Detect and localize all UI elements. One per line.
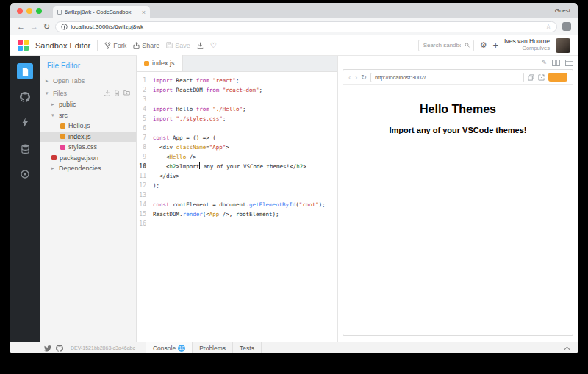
code-line[interactable]: 4import Hello from "./Hello"; (137, 104, 337, 114)
sidebar-title[interactable]: File Editor (40, 56, 136, 74)
rail-item-explorer[interactable] (17, 63, 33, 79)
app-header: Sandbox Editor Fork Share Save ♡ (10, 35, 578, 56)
code-line[interactable]: 6 (137, 123, 337, 133)
user-menu[interactable]: Ives van Hoorne Compulves (504, 38, 550, 51)
rail-item-server[interactable] (17, 140, 33, 157)
open-in-new-window-button[interactable] (538, 74, 545, 81)
code-line[interactable]: 2import ReactDOM from "react-dom"; (137, 85, 337, 95)
file-type-icon (60, 145, 65, 150)
edit-mode-button[interactable]: ✎ (541, 60, 547, 66)
line-content: import React from "react"; (153, 76, 239, 85)
code-line[interactable]: 10 <h2>Import any of your VSCode themes!… (137, 162, 337, 171)
preview-nav-bar: ‹ › ↻ http://localhost:3002/ (343, 70, 573, 85)
download-button[interactable] (197, 42, 204, 49)
chevron-right-icon: ▸ (51, 165, 59, 171)
line-content: <Hello /> (153, 152, 196, 162)
avatar[interactable] (556, 38, 570, 53)
twitter-link[interactable] (44, 345, 51, 352)
rail-item-live[interactable] (17, 166, 33, 182)
preview-address-bar[interactable]: http://localhost:3002/ (370, 73, 524, 82)
files-section[interactable]: ▾ Files (40, 87, 136, 99)
pencil-icon: ✎ (541, 60, 547, 66)
status-tab-console[interactable]: Console10 (146, 342, 193, 353)
new-sandbox-button[interactable]: + (493, 41, 499, 50)
code-line[interactable]: 14const rootElement = document.getElemen… (137, 200, 337, 209)
code-line[interactable]: 9 <Hello /> (137, 152, 337, 162)
tree-item-src[interactable]: ▾src (40, 110, 136, 121)
split-view-button[interactable] (552, 60, 560, 66)
preview-forward-button[interactable]: › (355, 73, 358, 82)
line-content: import Hello from "./Hello"; (153, 104, 245, 114)
status-tab-problems[interactable]: Problems (193, 342, 233, 353)
preview-highlight-button[interactable] (548, 73, 567, 82)
preview-reload-button[interactable]: ↻ (361, 73, 367, 81)
code-line[interactable]: 11 </div> (137, 171, 337, 181)
code-lines: 1import React from "react";2import React… (137, 76, 337, 229)
preview-heading: Hello Themes (343, 103, 573, 116)
rail-item-deployment[interactable] (17, 115, 33, 131)
back-button[interactable]: ← (17, 23, 25, 31)
settings-button[interactable]: ⚙ (480, 40, 487, 50)
save-button[interactable]: Save (166, 42, 190, 49)
code-editor[interactable]: 1import React from "react";2import React… (137, 72, 337, 342)
tree-item-index-js[interactable]: index.js (40, 132, 136, 143)
line-number: 3 (137, 95, 153, 104)
minimize-window-button[interactable] (26, 8, 32, 14)
code-line[interactable]: 13 (137, 190, 337, 200)
editor-tab-indexjs[interactable]: index.js (137, 55, 183, 71)
codesandbox-logo-icon[interactable] (18, 40, 29, 51)
code-line[interactable]: 12); (137, 181, 337, 190)
line-number: 13 (137, 190, 153, 200)
line-number: 11 (137, 171, 153, 181)
reload-button[interactable]: ↻ (43, 23, 50, 31)
like-button[interactable]: ♡ (210, 41, 217, 49)
close-window-button[interactable] (17, 8, 23, 14)
codesandbox-app: Sandbox Editor Fork Share Save ♡ (10, 35, 578, 353)
browser-tab[interactable]: 6wlIzpj8wk - CodeSandbox × (53, 6, 150, 18)
github-link[interactable] (56, 345, 63, 352)
code-line[interactable]: 1import React from "react"; (137, 76, 337, 85)
fork-button[interactable]: Fork (104, 42, 126, 49)
code-line[interactable]: 8 <div className="App"> (137, 143, 337, 152)
preview-controls: ✎ (343, 58, 573, 68)
tree-item-label: src (59, 112, 68, 119)
address-bar[interactable]: localhost:3000/s/6wlIzpj8wk ☆ (55, 21, 557, 32)
preview-mode-button[interactable] (565, 60, 573, 66)
tab-close-icon[interactable]: × (142, 10, 146, 15)
file-tree: ▸public▾srcHello.jsindex.jsstyles.csspac… (40, 99, 136, 174)
browser-profile-icon[interactable] (562, 22, 571, 31)
status-tab-tests[interactable]: Tests (233, 342, 262, 353)
preview-back-button[interactable]: ‹ (348, 73, 351, 82)
code-line[interactable]: 5import "./styles.css"; (137, 114, 337, 123)
zoom-window-button[interactable] (36, 8, 42, 14)
bookmark-star-icon[interactable]: ☆ (545, 23, 551, 30)
code-line[interactable]: 16 (137, 219, 337, 229)
code-line[interactable]: 3 (137, 95, 337, 104)
tree-item-public[interactable]: ▸public (40, 99, 136, 110)
preview-url-text: http://localhost:3002/ (375, 74, 426, 81)
code-line[interactable]: 7const App = () => ( (137, 133, 337, 143)
export-icon[interactable] (104, 90, 110, 96)
forward-button[interactable]: → (30, 23, 38, 31)
line-number: 4 (137, 104, 153, 114)
file-sidebar: File Editor ▸ Open Tabs ▾ Files ▸public▾… (40, 56, 137, 342)
responsive-view-button[interactable] (528, 74, 534, 81)
new-file-icon[interactable] (114, 90, 120, 96)
file-type-icon (51, 155, 57, 160)
rail-item-github[interactable] (17, 89, 33, 105)
expand-console-button[interactable] (564, 346, 570, 350)
split-view-icon (552, 60, 560, 66)
code-line[interactable]: 15ReactDOM.render(<App />, rootElement); (137, 209, 337, 219)
tree-item-package-json[interactable]: package.json (40, 153, 136, 164)
open-tabs-section[interactable]: ▸ Open Tabs (40, 74, 136, 87)
fork-icon (104, 42, 111, 49)
search-input[interactable] (422, 41, 463, 49)
line-number: 6 (137, 123, 153, 133)
tree-item-hello-js[interactable]: Hello.js (40, 121, 136, 132)
tree-item-dependencies[interactable]: ▸Dependencies (40, 163, 136, 174)
version-label: DEV-1521bb2863-c3a46abc (71, 345, 135, 350)
share-button[interactable]: Share (133, 42, 159, 49)
chevron-up-icon (564, 346, 570, 350)
new-folder-icon[interactable] (123, 90, 130, 96)
tree-item-styles-css[interactable]: styles.css (40, 142, 136, 153)
